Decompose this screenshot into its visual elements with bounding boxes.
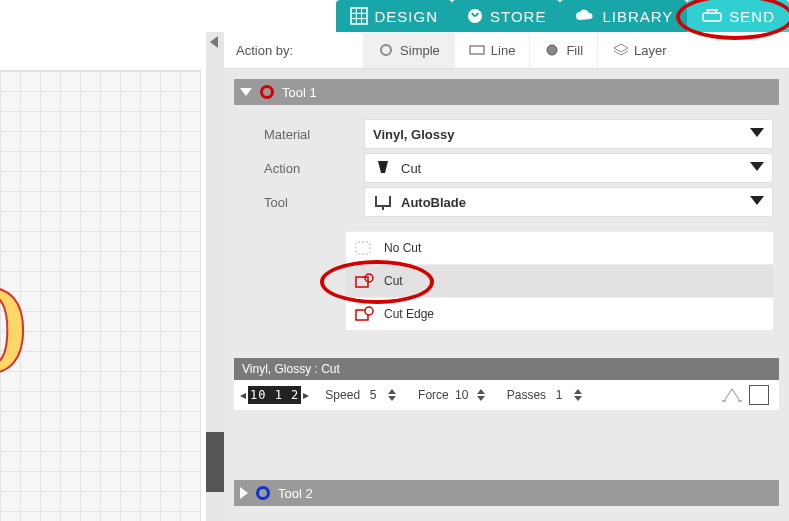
tool-value: AutoBlade: [401, 195, 466, 210]
line-segment-icon[interactable]: [749, 385, 769, 405]
tool-dropdown[interactable]: AutoBlade: [364, 187, 773, 217]
svg-rect-11: [470, 46, 484, 54]
tool1-body: Material Vinyl, Glossy Action Cut Tool A…: [234, 105, 779, 344]
tab-library-label: LIBRARY: [602, 8, 673, 25]
action-value: Cut: [401, 161, 421, 176]
speed-value[interactable]: 5: [360, 388, 386, 402]
cut-label: Cut: [384, 274, 403, 288]
chevron-down-icon: [750, 162, 764, 171]
strip-right-arrow[interactable]: ▸: [303, 388, 309, 402]
tab-store-label: STORE: [490, 8, 546, 25]
force-value[interactable]: 10: [449, 388, 475, 402]
svg-rect-15: [356, 242, 370, 254]
tool2-header[interactable]: Tool 2: [234, 480, 779, 506]
svg-rect-16: [356, 277, 368, 287]
tab-design[interactable]: DESIGN: [336, 0, 452, 32]
chevron-down-icon: [240, 88, 252, 96]
action-by-line[interactable]: Line: [454, 32, 530, 68]
canvas-grid: [0, 71, 200, 521]
action-by-layer-label: Layer: [634, 43, 667, 58]
tool1-color-swatch: [260, 85, 274, 99]
tool2-title: Tool 2: [278, 486, 313, 501]
material-value: Vinyl, Glossy: [373, 127, 454, 142]
speed-label: Speed: [325, 388, 360, 402]
svg-rect-0: [351, 8, 367, 24]
tool1-header[interactable]: Tool 1: [234, 79, 779, 105]
send-icon: [701, 8, 723, 24]
cut-edge-icon: [354, 305, 376, 323]
material-dropdown[interactable]: Vinyl, Glossy: [364, 119, 773, 149]
design-canvas[interactable]: o: [0, 70, 201, 521]
tab-store[interactable]: STORE: [452, 0, 560, 32]
action-by-simple[interactable]: Simple: [363, 32, 454, 68]
no-cut-icon: [354, 239, 376, 257]
canvas-artwork: o: [0, 231, 30, 393]
svg-rect-6: [703, 13, 721, 21]
panel-splitter[interactable]: [206, 32, 224, 521]
action-dropdown[interactable]: Cut: [364, 153, 773, 183]
cloud-icon: [574, 8, 596, 24]
cut-icon: [354, 272, 376, 290]
action-by-label: Action by:: [236, 43, 293, 58]
autoblade-icon: [373, 192, 393, 212]
splitter-handle[interactable]: [206, 432, 224, 492]
blade-depth-display: 10 1 2: [248, 386, 301, 404]
force-label: Force: [418, 388, 449, 402]
tab-send[interactable]: SEND: [687, 0, 789, 32]
action-by-bar: Action by: Simple Line Fill Layer: [224, 32, 789, 69]
action-by-fill[interactable]: Fill: [529, 32, 597, 68]
overcut-icon[interactable]: [721, 386, 743, 404]
tool-label: Tool: [240, 195, 364, 210]
speed-stepper[interactable]: [388, 389, 396, 401]
tab-library[interactable]: LIBRARY: [560, 0, 687, 32]
action-by-layer[interactable]: Layer: [597, 32, 681, 68]
circle-icon: [378, 42, 394, 58]
fill-icon: [544, 42, 560, 58]
svg-point-19: [365, 307, 373, 315]
passes-label: Passes: [507, 388, 546, 402]
no-cut-label: No Cut: [384, 241, 421, 255]
blade-icon: [373, 158, 393, 178]
tool1-title: Tool 1: [282, 85, 317, 100]
cut-options-list: No Cut Cut Cut Edge: [346, 231, 773, 330]
tool2-color-swatch: [256, 486, 270, 500]
cut-edge-label: Cut Edge: [384, 307, 434, 321]
tab-design-label: DESIGN: [374, 8, 438, 25]
layer-icon: [612, 42, 628, 58]
strip-left-arrow[interactable]: ◂: [240, 388, 246, 402]
grid-icon: [350, 7, 368, 25]
force-stepper[interactable]: [477, 389, 485, 401]
passes-value[interactable]: 1: [546, 388, 572, 402]
cut-option-cut[interactable]: Cut: [346, 264, 773, 297]
chevron-down-icon: [750, 196, 764, 205]
svg-point-10: [381, 45, 391, 55]
action-by-fill-label: Fill: [566, 43, 583, 58]
material-label: Material: [240, 127, 364, 142]
action-label: Action: [240, 161, 364, 176]
collapse-icon: [210, 36, 218, 48]
passes-stepper[interactable]: [574, 389, 582, 401]
cut-option-cut-edge[interactable]: Cut Edge: [346, 297, 773, 330]
action-by-line-label: Line: [491, 43, 516, 58]
line-icon: [469, 42, 485, 58]
action-by-simple-label: Simple: [400, 43, 440, 58]
chevron-right-icon: [240, 487, 248, 499]
cut-settings-strip: ◂ 10 1 2 ▸ Speed 5 Force 10 Passes 1: [234, 380, 779, 410]
tab-send-label: SEND: [729, 8, 775, 25]
svg-point-17: [365, 274, 373, 282]
cut-settings-header: Vinyl, Glossy : Cut: [234, 358, 779, 380]
store-icon: [466, 7, 484, 25]
send-panel: Action by: Simple Line Fill Layer Tool 1…: [224, 32, 789, 521]
chevron-down-icon: [750, 128, 764, 137]
cut-option-no-cut[interactable]: No Cut: [346, 231, 773, 264]
